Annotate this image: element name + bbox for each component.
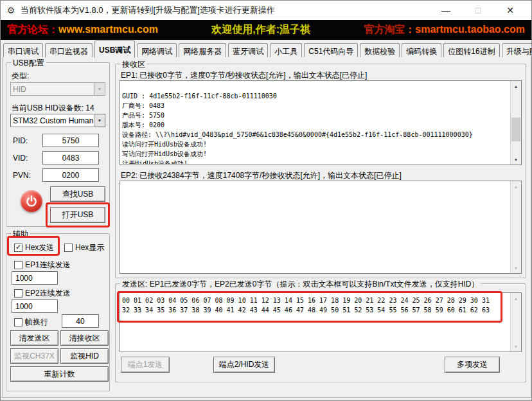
pvn-label: PVN: <box>13 171 31 180</box>
tab-bluetooth-debug[interactable]: 蓝牙调试 <box>228 43 268 58</box>
scroll-up-icon: ▲ <box>511 293 521 303</box>
usb-config-group: USB配置 类型: HID ▼ 当前USB HID设备数: 14 STM32 C… <box>6 62 110 227</box>
ep2-hid-send-button[interactable]: 端点2/HID发送 <box>213 357 275 373</box>
window-controls: — □ ✕ <box>438 3 526 17</box>
usb-type-select: HID ▼ <box>10 82 105 96</box>
scroll-down-icon[interactable]: ▼ <box>511 154 521 165</box>
banner-forum: 官方论坛：www.smartmcu.com <box>7 23 158 37</box>
ep1-continuous-label: EP1连续发送 <box>25 260 71 271</box>
tab-data-checksum[interactable]: 数据校验 <box>360 43 400 58</box>
hid-device-select[interactable]: STM32 Custom Human ▼ <box>10 114 105 127</box>
receive-group: 接收区 EP1: 已接收0字节，速度0字节/秒接收状态[允许]，输出文本状态[已… <box>115 64 526 278</box>
frame-newline-field[interactable]: 40 <box>62 314 99 328</box>
scroll-thumb[interactable] <box>511 118 520 141</box>
pvn-field[interactable]: 0200 <box>42 168 99 182</box>
banner: 官方论坛：www.smartmcu.com 欢迎使用,作者:温子祺 官方淘宝：s… <box>1 20 531 40</box>
hex-display-label: Hex显示 <box>75 242 104 253</box>
ep1-receive-text: GUID : 4d1e55b2-f16f-11cf-88cb-011110030… <box>122 82 508 164</box>
multi-send-button[interactable]: 多项发送 <box>445 357 500 373</box>
app-window: ⚙ 当前软件版本为V1.8.0，更新请转到[升级与配置]选项卡进行更新操作 — … <box>0 0 532 401</box>
hex-display-checkbox[interactable]: Hex显示 <box>64 242 104 253</box>
device-count-label: 当前USB HID设备数: 14 <box>12 103 94 114</box>
ep2-receive-text <box>122 182 508 272</box>
checkbox-unchecked-icon <box>64 244 73 252</box>
tab-upgrade-config[interactable]: 升级与配置 <box>502 43 532 58</box>
ep1-status: EP1: 已接收0字节，速度0字节/秒接收状态[允许]，输出文本状态[已停止] <box>121 70 367 81</box>
chevron-down-icon: ▼ <box>94 114 105 127</box>
checkbox-checked-icon: ✓ <box>14 244 22 252</box>
hid-device-value: STM32 Custom Human <box>11 116 94 125</box>
usb-type-value: HID <box>11 85 94 94</box>
hex-send-checkbox[interactable]: ✓ Hex发送 <box>14 242 54 253</box>
usb-config-group-title: USB配置 <box>11 58 46 69</box>
find-usb-button[interactable]: 查找USB <box>50 186 105 202</box>
recount-button[interactable]: 重新计数 <box>10 366 109 382</box>
minimize-icon[interactable]: — <box>438 3 454 17</box>
pid-field[interactable]: 5750 <box>42 134 99 147</box>
checkbox-unchecked-icon <box>14 318 22 326</box>
clear-recv-button[interactable]: 清接收区 <box>60 330 109 346</box>
frame-newline-label: 帧换行 <box>25 317 48 328</box>
ep2-scrollbar[interactable]: ▲ ▼ <box>510 181 521 273</box>
ep2-status: EP2: 已接收24384字节，速度17408字节/秒接收状态[允许]，输出文本… <box>121 170 402 181</box>
monitor-hid-button[interactable]: 监视HID <box>60 348 109 364</box>
tab-network-server[interactable]: 网络服务器 <box>179 43 226 58</box>
aux-group-title: 辅助 <box>11 229 30 240</box>
vid-field[interactable]: 0483 <box>42 151 99 165</box>
send-text: 00 01 02 03 04 05 06 07 08 09 10 11 12 1… <box>122 296 508 351</box>
power-icon <box>21 190 42 212</box>
send-textarea[interactable]: 00 01 02 03 04 05 06 07 08 09 10 11 12 1… <box>120 292 522 352</box>
ep2-continuous-checkbox[interactable]: EP2连续发送 <box>14 288 71 299</box>
aux-group: 辅助 ✓ Hex发送 Hex显示 EP1连续发送 1000 EP2连续发送 10… <box>6 233 110 391</box>
chevron-down-icon: ▼ <box>94 83 105 95</box>
tab-serial-debug[interactable]: 串口调试 <box>3 43 43 58</box>
forum-label: 官方论坛： <box>7 24 58 35</box>
send-group-title: 发送区: EP1已发送0字节，EP2已发送0字节（提示：双击文本框可以支持Bin… <box>120 279 481 290</box>
tab-bitmap-to-hex[interactable]: 位图转16进制 <box>443 43 499 58</box>
scroll-up-icon[interactable]: ▲ <box>511 81 521 91</box>
ep2-interval-field[interactable]: 1000 <box>12 299 58 313</box>
banner-welcome: 欢迎使用,作者:温子祺 <box>211 23 310 37</box>
tab-encoding-convert[interactable]: 编码转换 <box>402 43 441 58</box>
ep2-receive-textarea[interactable]: ▲ ▼ <box>120 181 522 274</box>
power-glyph <box>25 195 38 208</box>
forum-url: www.smartmcu.com <box>58 24 158 35</box>
clear-send-button[interactable]: 清发送区 <box>10 330 58 346</box>
tab-c51-wizard[interactable]: C51代码向导 <box>304 43 358 58</box>
taobao-url: ：smartmcu.taobao.com <box>405 24 525 35</box>
frame-newline-checkbox[interactable]: 帧换行 <box>14 317 48 328</box>
receive-group-title: 接收区 <box>120 59 147 70</box>
hex-send-label: Hex发送 <box>25 242 54 253</box>
ep1-interval-field[interactable]: 1000 <box>12 271 58 285</box>
window-title: 当前软件版本为V1.8.0，更新请转到[升级与配置]选项卡进行更新操作 <box>21 4 438 16</box>
maximize-icon: □ <box>470 3 486 17</box>
checkbox-unchecked-icon <box>14 261 22 269</box>
title-bar: ⚙ 当前软件版本为V1.8.0，更新请转到[升级与配置]选项卡进行更新操作 — … <box>1 1 531 20</box>
type-label: 类型: <box>12 71 29 82</box>
scroll-track[interactable] <box>511 91 521 154</box>
taobao-label: 官方淘宝 <box>364 24 405 35</box>
tab-network-debug[interactable]: 网络调试 <box>137 43 177 58</box>
monitor-ch37x-button: 监视CH37X <box>10 348 58 364</box>
app-icon: ⚙ <box>6 5 16 15</box>
vid-label: VID: <box>13 154 28 163</box>
ep2-continuous-label: EP2连续发送 <box>25 288 71 299</box>
pid-label: PID: <box>13 136 28 145</box>
scroll-down-icon: ▼ <box>511 263 521 273</box>
open-usb-button[interactable]: 打开USB <box>50 207 105 223</box>
ep1-receive-textarea[interactable]: GUID : 4d1e55b2-f16f-11cf-88cb-011110030… <box>120 80 522 165</box>
tab-tools[interactable]: 小工具 <box>270 43 302 58</box>
ep1-send-button: 端点1发送 <box>121 357 170 373</box>
scroll-track <box>511 303 521 341</box>
send-group: 发送区: EP1已发送0字节，EP2已发送0字节（提示：双击文本框可以支持Bin… <box>115 283 526 382</box>
tab-usb-debug[interactable]: USB调试 <box>94 40 135 58</box>
close-icon[interactable]: ✕ <box>502 3 519 17</box>
banner-taobao: 官方淘宝：smartmcu.taobao.com <box>364 23 525 37</box>
send-scrollbar[interactable]: ▲ ▼ <box>510 293 521 352</box>
tab-serial-monitor[interactable]: 串口监视器 <box>45 43 93 58</box>
ep1-scrollbar[interactable]: ▲ ▼ <box>510 81 521 165</box>
scroll-up-icon: ▲ <box>511 181 521 192</box>
checkbox-unchecked-icon <box>14 289 22 298</box>
ep1-continuous-checkbox[interactable]: EP1连续发送 <box>14 260 71 271</box>
scroll-track <box>511 192 521 263</box>
